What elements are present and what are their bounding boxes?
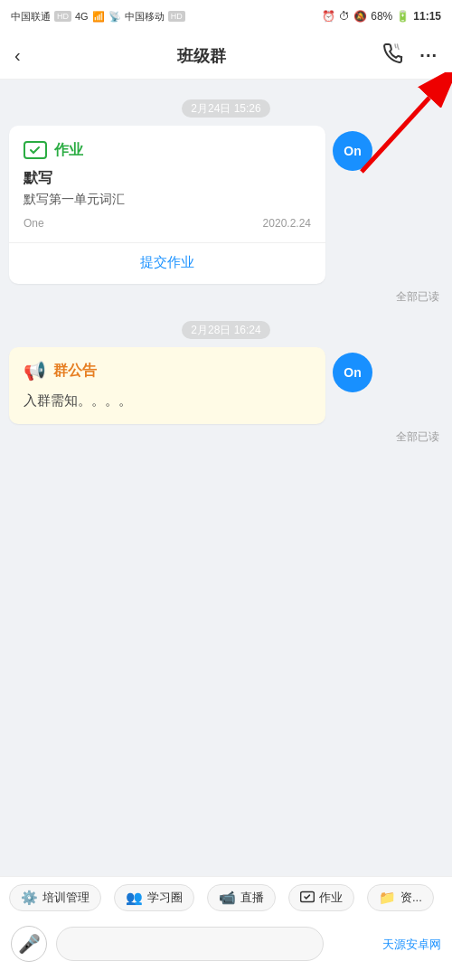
wifi-icon: 📡 <box>108 11 121 23</box>
resources-icon: 📁 <box>379 890 396 906</box>
announce-content: 入群需知。。。。 <box>24 391 311 411</box>
mic-button[interactable]: 🎤 <box>11 926 47 962</box>
homework-meta: One 2020.2.24 <box>24 217 311 230</box>
watermark-text: 天源安卓网 <box>382 938 441 951</box>
homework-card-icon <box>24 138 47 162</box>
study-circle-icon: 👥 <box>126 890 143 906</box>
battery-level: 68% <box>371 10 392 23</box>
clock-icon: ⏰ <box>322 10 335 23</box>
message-input[interactable] <box>56 927 324 961</box>
signal-bars: 📶 <box>92 11 105 23</box>
toolbar-tabs: ⚙️ 培训管理 👥 学习圈 📹 直播 作业 📁 资... <box>0 877 452 919</box>
homework-card: 作业 默写 默写第一单元词汇 One 2020.2.24 提交作业 <box>9 126 325 284</box>
mic-icon: 🎤 <box>18 933 41 955</box>
tab-training[interactable]: ⚙️ 培训管理 <box>9 884 101 911</box>
header-actions: ··· <box>381 42 438 70</box>
homework-card-header: 作业 <box>24 138 311 162</box>
voice-call-icon[interactable] <box>381 42 403 70</box>
homework-meta-1: One <box>24 217 44 230</box>
live-label: 直播 <box>240 890 264 906</box>
network3: HD <box>168 11 185 22</box>
chat-header: ‹ 班级群 ··· <box>0 33 452 80</box>
more-options-icon[interactable]: ··· <box>419 45 438 66</box>
homework-tab-icon <box>300 890 315 906</box>
submit-homework-button[interactable]: 提交作业 <box>24 254 311 271</box>
watermark-area: 天源安卓网 <box>333 936 441 953</box>
tab-study-circle[interactable]: 👥 学习圈 <box>114 884 194 911</box>
read-status-1: 全部已读 <box>9 289 443 305</box>
tab-live[interactable]: 📹 直播 <box>207 884 276 911</box>
homework-divider <box>9 242 325 243</box>
announce-icon: 📢 <box>24 360 46 382</box>
on-badge-homework[interactable]: On <box>333 131 372 171</box>
live-icon: 📹 <box>219 890 236 906</box>
homework-meta-2: 2020.2.24 <box>263 217 311 230</box>
homework-tab-label: 作业 <box>319 890 343 906</box>
chat-area: 2月24日 15:26 作业 默写 默写第一单元词汇 One 2020.2.24… <box>0 80 452 785</box>
homework-category: 作业 <box>54 141 83 160</box>
training-icon: ⚙️ <box>21 890 38 906</box>
alarm-icon: ⏱ <box>339 10 350 23</box>
bottom-toolbar: ⚙️ 培训管理 👥 学习圈 📹 直播 作业 📁 资... 🎤 <box>0 876 452 980</box>
announce-header: 📢 群公告 <box>24 360 311 382</box>
carrier2-label: 中国移动 <box>125 10 165 24</box>
announce-message-row: 📢 群公告 入群需知。。。。 On <box>9 347 443 424</box>
tab-homework[interactable]: 作业 <box>288 884 354 911</box>
mute-icon: 🔕 <box>353 10 367 23</box>
status-right: ⏰ ⏱ 🔕 68% 🔋 11:15 <box>322 10 441 23</box>
carrier-info: 中国联通 HD 4G 📶 📡 中国移动 HD <box>11 10 185 24</box>
homework-message-row: 作业 默写 默写第一单元词汇 One 2020.2.24 提交作业 On <box>9 126 443 284</box>
network2: 4G <box>75 11 89 22</box>
announce-card: 📢 群公告 入群需知。。。。 <box>9 347 325 424</box>
tab-resources[interactable]: 📁 资... <box>367 884 434 911</box>
status-bar: 中国联通 HD 4G 📶 📡 中国移动 HD ⏰ ⏱ 🔕 68% 🔋 11:15 <box>0 0 452 33</box>
read-status-2: 全部已读 <box>9 429 443 445</box>
back-button[interactable]: ‹ <box>14 45 21 66</box>
study-circle-label: 学习圈 <box>147 890 183 906</box>
chat-title: 班级群 <box>177 45 226 67</box>
resources-label: 资... <box>400 890 422 906</box>
time-display: 11:15 <box>413 10 441 23</box>
announce-title: 群公告 <box>53 362 97 381</box>
timestamp-2: 2月28日 16:24 <box>9 321 443 338</box>
homework-name: 默写 <box>24 169 311 188</box>
carrier1-label: 中国联通 <box>11 10 51 24</box>
on-badge-announce[interactable]: On <box>333 353 372 392</box>
homework-description: 默写第一单元词汇 <box>24 192 311 208</box>
training-label: 培训管理 <box>42 890 89 906</box>
network1: HD <box>54 11 71 22</box>
timestamp-1: 2月24日 15:26 <box>9 99 443 117</box>
input-row: 🎤 天源安卓网 <box>0 919 452 980</box>
battery-icon: 🔋 <box>396 10 410 23</box>
